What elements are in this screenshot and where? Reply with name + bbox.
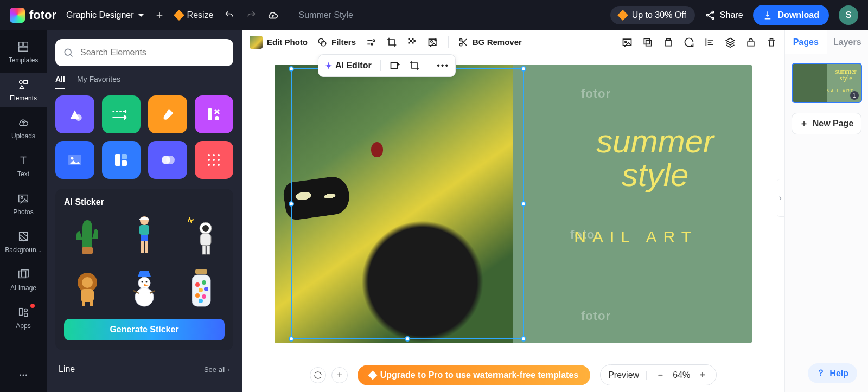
see-all-link[interactable]: See all› — [204, 365, 230, 374]
tile-pattern[interactable] — [195, 141, 234, 179]
svg-point-35 — [218, 159, 220, 161]
chevron-right-icon: › — [779, 193, 782, 203]
layers-icon[interactable] — [725, 37, 736, 48]
diamond-icon — [368, 370, 377, 380]
shapes-icon — [66, 107, 84, 122]
zoom-in-button[interactable]: ＋ — [697, 369, 709, 381]
avatar[interactable]: S — [839, 5, 858, 25]
search-field[interactable] — [79, 47, 226, 58]
upgrade-banner[interactable]: Upgrade to Pro to use watermark-free tem… — [358, 365, 590, 385]
mode-dropdown[interactable]: Graphic Designer — [66, 10, 144, 20]
tab-all[interactable]: All — [55, 75, 65, 89]
sticker-astronaut[interactable] — [182, 214, 220, 257]
promo-pill[interactable]: Up to 30% Off — [610, 6, 695, 24]
copy-icon[interactable] — [642, 37, 653, 48]
context-toolbar: ✦AI Editor ••• — [318, 54, 456, 77]
bg-remover-button[interactable]: BG Remover — [458, 37, 522, 47]
collapse-right-button[interactable]: › — [777, 179, 784, 217]
share-button[interactable]: Share — [705, 10, 743, 21]
tile-shapes[interactable] — [55, 95, 94, 133]
rail-more[interactable] — [17, 369, 29, 383]
rail-templates[interactable]: Templates — [0, 35, 47, 69]
svg-rect-53 — [82, 301, 85, 306]
svg-rect-44 — [145, 241, 148, 253]
add-page-button[interactable]: ＋ — [331, 367, 348, 383]
download-button[interactable]: Download — [753, 5, 829, 25]
svg-point-14 — [24, 309, 28, 312]
resize-handle[interactable] — [289, 201, 294, 207]
adjust-icon[interactable] — [366, 37, 376, 48]
headline-text[interactable]: summerstyle — [596, 125, 714, 192]
rotate-icon[interactable] — [684, 37, 694, 48]
cloud-save-icon[interactable] — [267, 9, 279, 21]
rail-text[interactable]: Text — [0, 149, 47, 183]
align-icon[interactable] — [704, 37, 715, 48]
tile-remove[interactable] — [195, 95, 234, 133]
rail-backgrounds[interactable]: Backgroun... — [0, 224, 47, 259]
generate-sticker-button[interactable]: Generate Sticker — [64, 319, 225, 340]
templates-icon — [17, 40, 30, 53]
tile-image[interactable] — [55, 141, 94, 179]
tile-layout[interactable] — [102, 141, 141, 179]
document-title[interactable]: Summer Style — [299, 10, 353, 20]
svg-point-22 — [215, 116, 219, 120]
canvas-stage[interactable]: fotor fotor fotor summerstyle NAIL ART — [242, 54, 784, 392]
swap-image-icon[interactable] — [390, 60, 400, 71]
rail-uploads[interactable]: Uploads — [0, 111, 47, 145]
sticker-lion[interactable] — [68, 267, 106, 310]
logo[interactable]: fotor — [10, 8, 56, 23]
image-plus-icon[interactable] — [427, 37, 438, 48]
ai-editor-button[interactable]: ✦AI Editor — [325, 61, 372, 71]
sticker-candy-jar[interactable] — [182, 267, 220, 310]
search-input[interactable] — [55, 39, 233, 66]
rail-apps[interactable]: Apps — [0, 300, 47, 335]
svg-point-17 — [23, 375, 24, 376]
new-page-button[interactable]: ＋New Page — [792, 113, 861, 134]
lock-icon[interactable] — [745, 37, 756, 48]
tile-lines[interactable] — [102, 95, 141, 133]
search-icon — [63, 47, 74, 58]
zoom-out-button[interactable]: − — [654, 370, 666, 380]
rail-elements[interactable]: Elements — [0, 73, 47, 107]
sticker-cactus[interactable] — [68, 214, 106, 257]
brush-icon — [160, 107, 175, 122]
add-icon[interactable] — [154, 9, 165, 21]
tile-overlap[interactable] — [148, 141, 187, 179]
resize-handle[interactable] — [405, 336, 410, 342]
share-label: Share — [720, 10, 743, 20]
transparency-icon[interactable] — [407, 37, 418, 48]
section-line-title: Line — [59, 364, 75, 374]
crop-icon[interactable] — [386, 37, 397, 48]
subheadline-text[interactable]: NAIL ART — [574, 228, 698, 246]
tab-favorites[interactable]: My Favorites — [77, 75, 120, 89]
paste-style-icon[interactable] — [663, 37, 674, 48]
tab-layers[interactable]: Layers — [827, 30, 869, 54]
sticker-person[interactable] — [125, 214, 163, 257]
resize-handle[interactable] — [289, 336, 294, 342]
resize-handle[interactable] — [289, 66, 294, 72]
selection-outline[interactable] — [291, 68, 524, 339]
svg-point-20 — [75, 114, 82, 121]
artboard[interactable]: fotor fotor fotor summerstyle NAIL ART — [275, 65, 752, 343]
resize-button[interactable]: Resize — [175, 10, 214, 20]
svg-rect-54 — [90, 301, 93, 306]
more-horizontal-icon[interactable]: ••• — [438, 60, 449, 71]
tile-brush[interactable] — [148, 95, 187, 133]
rail-ai-image[interactable]: AI Image — [0, 262, 47, 297]
resize-handle[interactable] — [521, 336, 526, 342]
undo-icon[interactable] — [224, 9, 235, 21]
preview-label[interactable]: Preview — [608, 370, 639, 380]
crop-icon[interactable] — [409, 60, 420, 71]
help-button[interactable]: ？Help — [808, 363, 857, 383]
tab-pages[interactable]: Pages — [785, 30, 827, 54]
edit-photo-button[interactable]: Edit Photo — [250, 36, 308, 49]
trash-icon[interactable] — [766, 37, 777, 48]
rail-photos[interactable]: Photos — [0, 187, 47, 221]
resize-handle[interactable] — [521, 66, 526, 72]
sticker-snowman[interactable] — [125, 267, 163, 310]
resize-handle[interactable] — [521, 201, 526, 207]
filters-button[interactable]: Filters — [317, 37, 356, 47]
page-thumbnail[interactable]: summer style NAIL ART 1 — [792, 63, 862, 103]
reset-view-button[interactable] — [310, 367, 326, 383]
redo-icon[interactable] — [245, 9, 257, 21]
